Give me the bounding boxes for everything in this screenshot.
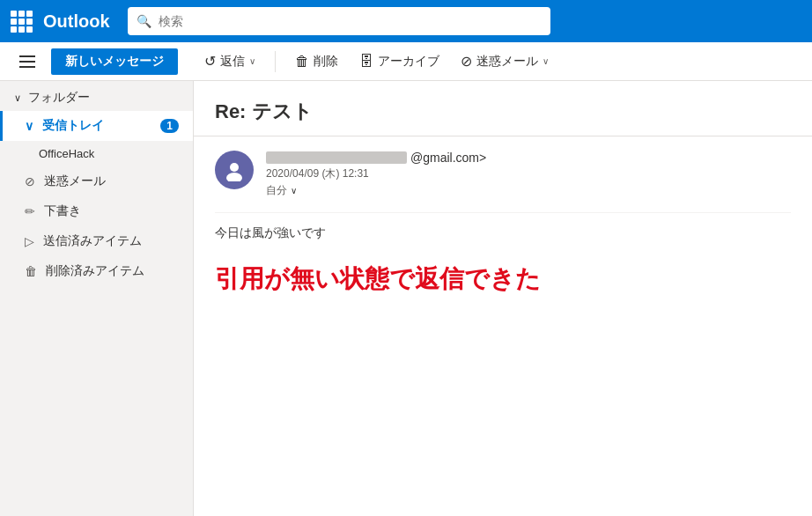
- reply-label: 返信: [220, 54, 245, 70]
- search-box[interactable]: 🔍: [128, 7, 550, 35]
- email-datetime: 2020/04/09 (木) 12:31: [266, 166, 791, 181]
- folder-section-label: フォルダー: [28, 90, 90, 106]
- delete-action[interactable]: 🗑 削除: [286, 48, 347, 75]
- sender-avatar: [215, 151, 254, 189]
- sidebar-item-sent[interactable]: ▷ 送信済みアイテム: [0, 226, 193, 256]
- email-header: @gmail.com> 2020/04/09 (木) 12:31 自分 ∨: [215, 151, 791, 198]
- recipients-label: 自分: [266, 183, 287, 198]
- sidebar-item-junk[interactable]: ⊘ 迷惑メール: [0, 166, 193, 196]
- inbox-icon: ∨: [25, 119, 33, 133]
- compose-button[interactable]: 新しいメッセージ: [51, 48, 178, 75]
- search-input[interactable]: [159, 14, 542, 28]
- sidebar-item-deleted[interactable]: 🗑 削除済みアイテム: [0, 256, 193, 286]
- sidebar-item-drafts[interactable]: ✏ 下書き: [0, 196, 193, 226]
- archive-action[interactable]: 🗄 アーカイブ: [351, 48, 448, 75]
- sidebar-item-inbox[interactable]: ∨ 受信トレイ 1: [0, 111, 193, 141]
- reply-action[interactable]: ↺ 返信 ∨: [196, 48, 264, 75]
- hamburger-menu[interactable]: [14, 50, 41, 73]
- topbar: Outlook 🔍: [0, 0, 812, 42]
- toolbar-divider-1: [275, 51, 276, 72]
- officehack-label: OfficeHack: [39, 147, 94, 160]
- delete-icon: 🗑: [295, 54, 309, 70]
- archive-label: アーカイブ: [378, 54, 439, 70]
- folder-section-header[interactable]: ∨ フォルダー: [0, 81, 193, 111]
- email-subject: Re: テスト: [194, 81, 812, 136]
- junk-dropdown-icon[interactable]: ∨: [543, 56, 549, 66]
- email-recipients: 自分 ∨: [266, 183, 791, 198]
- reply-dropdown-icon[interactable]: ∨: [249, 56, 255, 66]
- drafts-icon: ✏: [25, 204, 35, 218]
- archive-icon: 🗄: [359, 54, 373, 70]
- svg-point-0: [230, 163, 239, 172]
- content-area: Re: テスト @gmail.com> 2020/04/09 (木) 12:31: [194, 81, 812, 516]
- sidebar: ∨ フォルダー ∨ 受信トレイ 1 OfficeHack ⊘ 迷惑メール ✏ 下…: [0, 81, 194, 516]
- junk-label: 迷惑メール: [476, 54, 538, 70]
- email-from: @gmail.com>: [266, 151, 791, 165]
- folder-chevron-icon: ∨: [14, 92, 21, 104]
- delete-label: 削除: [314, 54, 338, 70]
- junk-icon: ⊘: [461, 53, 472, 70]
- app-grid-icon[interactable]: [11, 11, 33, 33]
- sender-address-suffix: @gmail.com>: [410, 151, 486, 165]
- search-icon: 🔍: [137, 14, 151, 28]
- inbox-badge: 1: [160, 119, 179, 133]
- email-meta: @gmail.com> 2020/04/09 (木) 12:31 自分 ∨: [266, 151, 791, 198]
- promo-text: 引用が無い状態で返信できた: [215, 262, 791, 296]
- deleted-label: 削除済みアイテム: [46, 263, 144, 279]
- svg-point-1: [226, 173, 242, 181]
- deleted-icon: 🗑: [25, 264, 37, 278]
- app-logo: Outlook: [43, 11, 110, 32]
- drafts-label: 下書き: [44, 203, 81, 219]
- email-body: @gmail.com> 2020/04/09 (木) 12:31 自分 ∨ 今日…: [194, 136, 812, 516]
- recipients-chevron-icon[interactable]: ∨: [291, 186, 297, 195]
- sent-label: 送信済みアイテム: [43, 233, 142, 249]
- reply-icon: ↺: [204, 53, 216, 70]
- sent-icon: ▷: [25, 234, 34, 248]
- junk-action[interactable]: ⊘ 迷惑メール ∨: [452, 48, 557, 75]
- toolbar: 新しいメッセージ ↺ 返信 ∨ 🗑 削除 🗄 アーカイブ ⊘ 迷惑メール ∨: [0, 42, 812, 81]
- main-layout: ∨ フォルダー ∨ 受信トレイ 1 OfficeHack ⊘ 迷惑メール ✏ 下…: [0, 81, 812, 516]
- junk-folder-icon: ⊘: [25, 174, 35, 188]
- email-body-text: 今日は風が強いです: [215, 212, 791, 241]
- sidebar-item-officehack[interactable]: OfficeHack: [0, 141, 193, 166]
- inbox-label: 受信トレイ: [42, 118, 104, 134]
- junk-folder-label: 迷惑メール: [44, 173, 106, 189]
- sender-address-blurred: [266, 151, 407, 164]
